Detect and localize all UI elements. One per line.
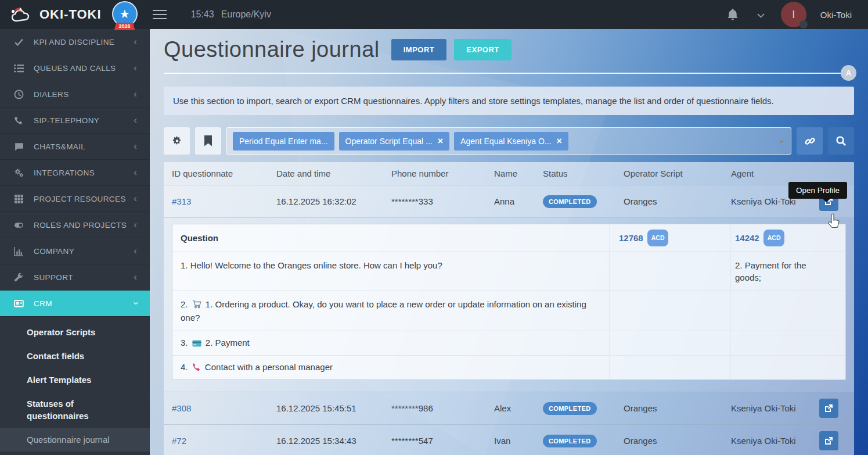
input-caret-icon bbox=[779, 141, 784, 144]
clock-icon bbox=[12, 89, 26, 99]
acd-badge: ACD bbox=[647, 230, 669, 246]
question-row: 1. Hello! Welcome to the Oranges online … bbox=[172, 252, 845, 291]
submenu-statuses-of-questionnaires[interactable]: Statuses of questionnaires bbox=[0, 392, 134, 428]
link-icon bbox=[804, 135, 816, 147]
crm-submenu: Operator Scripts Contact fields Alert Te… bbox=[0, 317, 150, 455]
col-operator-script: Operator Script bbox=[624, 169, 731, 178]
hamburger-menu-icon[interactable] bbox=[153, 10, 167, 19]
questionnaire-id-link[interactable]: #313 bbox=[172, 196, 276, 206]
filter-bar: Period Equal Enter ma... Operator Script… bbox=[164, 127, 854, 155]
question-header: Question bbox=[172, 224, 610, 252]
questionnaire-id-link[interactable]: #308 bbox=[172, 403, 276, 413]
sub-table-header: Question 12768 ACD 14242 ACD bbox=[172, 224, 845, 252]
sidebar-item-company[interactable]: COMPANY‹ bbox=[0, 238, 150, 264]
account-name: Oki-Toki bbox=[820, 10, 852, 20]
open-profile-button[interactable] bbox=[819, 431, 838, 450]
filter-tag-operator-script[interactable]: Operator Script Equal ... × bbox=[339, 132, 450, 151]
chevron-left-icon: ‹ bbox=[134, 114, 137, 126]
logo[interactable]: OKI-TOKI bbox=[0, 6, 102, 23]
submenu-questionnaire-journal[interactable]: Questionnaire journal bbox=[0, 428, 150, 452]
notifications-bell-icon[interactable] bbox=[727, 8, 739, 21]
toggle-icon bbox=[12, 220, 26, 230]
bookmark-button[interactable] bbox=[195, 127, 221, 155]
chevron-left-icon: ‹ bbox=[134, 245, 137, 257]
chat-icon bbox=[12, 142, 26, 152]
avatar-initial: I bbox=[792, 9, 795, 21]
filter-input[interactable]: Period Equal Enter ma... Operator Script… bbox=[226, 127, 791, 155]
submenu-contact-fields[interactable]: Contact fields bbox=[0, 344, 150, 368]
status-badge: COMPLETED bbox=[543, 435, 597, 447]
sidebar-item-kpi-and-discipline[interactable]: KPI AND DISCIPLINE‹ bbox=[0, 29, 150, 55]
col-phone-number: Phone number bbox=[391, 169, 494, 178]
search-icon bbox=[835, 135, 847, 146]
divider: A bbox=[164, 73, 854, 74]
remove-filter-icon[interactable]: × bbox=[557, 138, 562, 145]
cart-icon bbox=[192, 299, 201, 311]
submenu-operator-scripts[interactable]: Operator Scripts bbox=[0, 320, 150, 344]
table-row: #72 16.12.2025 15:34:43 ********547 Ivan… bbox=[164, 425, 854, 455]
filter-tag-agent[interactable]: Agent Equal Kseniya O... × bbox=[454, 132, 568, 151]
submenu-alert-templates[interactable]: Alert Templates bbox=[0, 368, 150, 392]
table-row: #313 16.12.2025 16:32:02 ********333 Ann… bbox=[164, 185, 854, 218]
chevron-left-icon: ‹ bbox=[134, 88, 137, 100]
chevron-left-icon: ‹ bbox=[134, 167, 137, 178]
cloud-logo-icon bbox=[10, 6, 34, 23]
question-row: 3. 2. Payment bbox=[172, 331, 845, 356]
chevron-down-icon: ‹ bbox=[129, 302, 141, 305]
call-column-2: 14242 ACD bbox=[730, 224, 845, 252]
col-name: Name bbox=[494, 169, 543, 178]
gear-icon bbox=[171, 135, 183, 147]
open-profile-button[interactable] bbox=[819, 399, 838, 418]
sidebar-item-crm[interactable]: CRM‹ bbox=[0, 291, 150, 317]
chevron-down-icon[interactable] bbox=[757, 10, 765, 20]
chevron-left-icon: ‹ bbox=[134, 219, 137, 231]
search-button[interactable] bbox=[828, 127, 854, 155]
sidebar-item-integrations[interactable]: INTEGRATIONS‹ bbox=[0, 160, 150, 186]
app-window: OKI-TOKI ★ 2026 15:43 Europe/Kyiv I Oki-… bbox=[0, 0, 868, 455]
filter-tag-period[interactable]: Period Equal Enter ma... bbox=[233, 132, 334, 151]
col-id-questionnate: ID questionnate bbox=[172, 169, 276, 178]
submenu-questionnaire-statistics[interactable]: Questionnaire statistics bbox=[0, 452, 150, 455]
logo-text: OKI-TOKI bbox=[39, 7, 102, 22]
gears-icon bbox=[12, 168, 26, 178]
call-column-1: 12768 ACD bbox=[610, 224, 730, 252]
open-profile-tooltip: Open Profile bbox=[788, 182, 847, 199]
external-link-icon bbox=[824, 404, 833, 413]
sidebar-item-support[interactable]: SUPPORT‹ bbox=[0, 264, 150, 291]
question-row: 2. 1. Ordering a product. Okay, do you w… bbox=[172, 291, 845, 331]
settings-gear-button[interactable] bbox=[164, 127, 190, 155]
sidebar-item-dialers[interactable]: DIALERS‹ bbox=[0, 81, 150, 108]
main-content: Questionnaire journal IMPORT EXPORT A Us… bbox=[150, 29, 868, 455]
sidebar-item-roles-and-projects[interactable]: ROLES AND PROJECTS‹ bbox=[0, 212, 150, 238]
col-status: Status bbox=[543, 169, 624, 178]
external-link-icon bbox=[824, 436, 833, 445]
sidebar-item-queues-and-calls[interactable]: QUEUES AND CALLS‹ bbox=[0, 55, 150, 81]
sidebar-item-chats-mail[interactable]: CHATS&MAIL‹ bbox=[0, 134, 150, 160]
col-date-and-time: Date and time bbox=[276, 169, 391, 178]
a-badge[interactable]: A bbox=[841, 65, 856, 81]
wrench-icon bbox=[12, 273, 26, 282]
sidebar-item-project-resources[interactable]: PROJECT RESOURCES‹ bbox=[0, 186, 150, 212]
bar-chart-icon bbox=[12, 246, 26, 256]
avatar[interactable]: I bbox=[781, 2, 806, 27]
chevron-left-icon: ‹ bbox=[134, 62, 137, 74]
chevron-left-icon: ‹ bbox=[134, 36, 137, 48]
call-id-link[interactable]: 12768 bbox=[619, 232, 643, 244]
expanded-questionnaire: Question 12768 ACD 14242 ACD 1. Hell bbox=[164, 218, 854, 392]
grid-icon bbox=[12, 194, 26, 204]
table-header-row: ID questionnate Date and time Phone numb… bbox=[164, 162, 854, 185]
remove-filter-icon[interactable]: × bbox=[438, 138, 443, 145]
sidebar-item-sip-telephony[interactable]: SIP-TELEPHONY‹ bbox=[0, 108, 150, 134]
status-badge: COMPLETED bbox=[543, 402, 597, 415]
export-button[interactable]: EXPORT bbox=[454, 39, 511, 60]
holiday-badge-2026[interactable]: ★ 2026 bbox=[110, 0, 140, 29]
phone-icon bbox=[12, 116, 26, 126]
clock-time: 15:43 bbox=[191, 9, 214, 20]
questionnaire-id-link[interactable]: #72 bbox=[172, 436, 276, 446]
crm-card-icon bbox=[12, 299, 26, 309]
credit-card-icon bbox=[192, 338, 201, 350]
copy-link-button[interactable] bbox=[797, 127, 823, 155]
info-banner: Use this section to import, search or ex… bbox=[164, 87, 854, 115]
import-button[interactable]: IMPORT bbox=[391, 39, 447, 60]
call-id-link[interactable]: 14242 bbox=[735, 232, 759, 244]
